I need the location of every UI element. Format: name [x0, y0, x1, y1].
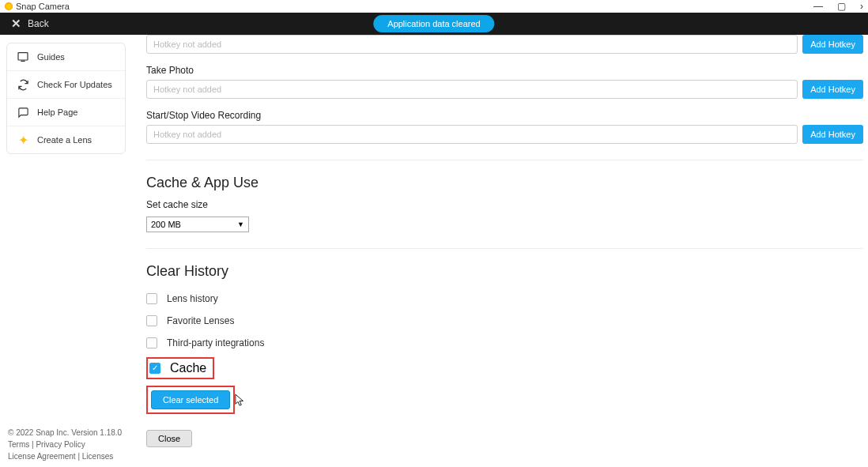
clear-selected-button[interactable]: Clear selected	[151, 390, 230, 409]
footer-link-licenses[interactable]: Licenses	[82, 452, 113, 461]
more-button[interactable]: ›	[860, 1, 863, 12]
add-hotkey-button-photo[interactable]: Add Hotkey	[802, 80, 863, 99]
checkbox-cache[interactable]: ✓	[149, 363, 160, 374]
check-label: Lens history	[167, 293, 218, 304]
topbar: ✕ Back Application data cleared	[0, 13, 868, 35]
help-icon	[17, 106, 29, 119]
check-label: Favorite Lenses	[167, 315, 234, 326]
add-hotkey-button-0[interactable]: Add Hotkey	[802, 35, 863, 54]
separator	[146, 248, 863, 249]
sidebar: Guides Check For Updates Help Page ✦ Cre…	[6, 43, 126, 154]
set-cache-label: Set cache size	[146, 199, 863, 210]
titlebar: Snap Camera — ▢ ›	[0, 0, 868, 13]
minimize-button[interactable]: —	[813, 1, 823, 12]
cache-size-value: 200 MB	[151, 220, 181, 229]
sidebar-item-label: Guides	[37, 52, 65, 62]
checkbox-favorite[interactable]	[146, 315, 157, 326]
toast-message: Application data cleared	[373, 15, 494, 32]
footer-link-license[interactable]: License Agreement	[8, 452, 76, 461]
check-row-thirdparty[interactable]: Third-party integrations	[146, 332, 863, 354]
sidebar-item-label: Help Page	[37, 107, 77, 117]
footer-link-terms[interactable]: Terms	[8, 440, 29, 449]
app-icon	[5, 2, 13, 10]
take-photo-label: Take Photo	[146, 65, 863, 76]
cache-size-select[interactable]: 200 MB	[146, 217, 249, 232]
sidebar-item-label: Create a Lens	[37, 135, 92, 145]
window-title: Snap Camera	[16, 2, 70, 11]
checkbox-lens-history[interactable]	[146, 293, 157, 304]
video-label: Start/Stop Video Recording	[146, 110, 863, 121]
hotkey-input-photo[interactable]: Hotkey not added	[146, 80, 798, 99]
clear-history-title: Clear History	[146, 263, 863, 280]
check-label: Cache	[170, 361, 206, 375]
sidebar-item-help[interactable]: Help Page	[7, 99, 125, 126]
cache-section-title: Cache & App Use	[146, 175, 863, 191]
sidebar-item-guides[interactable]: Guides	[7, 43, 125, 71]
hotkey-input-video[interactable]: Hotkey not added	[146, 125, 798, 144]
main-content: Hotkey not added Add Hotkey Take Photo H…	[130, 35, 868, 467]
maximize-button[interactable]: ▢	[837, 1, 846, 12]
check-label: Third-party integrations	[167, 337, 264, 348]
checkbox-thirdparty[interactable]	[146, 337, 157, 348]
add-hotkey-button-video[interactable]: Add Hotkey	[802, 125, 863, 144]
back-label: Back	[28, 18, 49, 29]
guides-icon	[17, 51, 29, 63]
sidebar-item-updates[interactable]: Check For Updates	[7, 71, 125, 99]
footer-link-privacy[interactable]: Privacy Policy	[36, 440, 85, 449]
refresh-icon	[17, 78, 29, 91]
svg-rect-0	[18, 53, 28, 60]
highlight-clear-selected: Clear selected	[146, 386, 235, 414]
copyright: © 2022 Snap Inc. Version 1.18.0	[8, 427, 124, 439]
highlight-cache: ✓ Cache	[146, 357, 214, 379]
separator	[146, 160, 863, 160]
footer: © 2022 Snap Inc. Version 1.18.0 Terms | …	[6, 422, 126, 467]
sidebar-item-label: Check For Updates	[37, 80, 112, 89]
star-icon: ✦	[17, 134, 29, 146]
sidebar-item-create-lens[interactable]: ✦ Create a Lens	[7, 126, 125, 153]
check-row-lens-history[interactable]: Lens history	[146, 288, 863, 310]
back-button[interactable]: ✕ Back	[0, 17, 60, 31]
check-row-favorite[interactable]: Favorite Lenses	[146, 310, 863, 332]
cursor-icon	[235, 394, 246, 408]
hotkey-input-0[interactable]: Hotkey not added	[146, 35, 798, 54]
close-button[interactable]: Close	[146, 430, 192, 447]
close-icon: ✕	[11, 17, 21, 31]
window-controls: — ▢ ›	[813, 1, 863, 12]
